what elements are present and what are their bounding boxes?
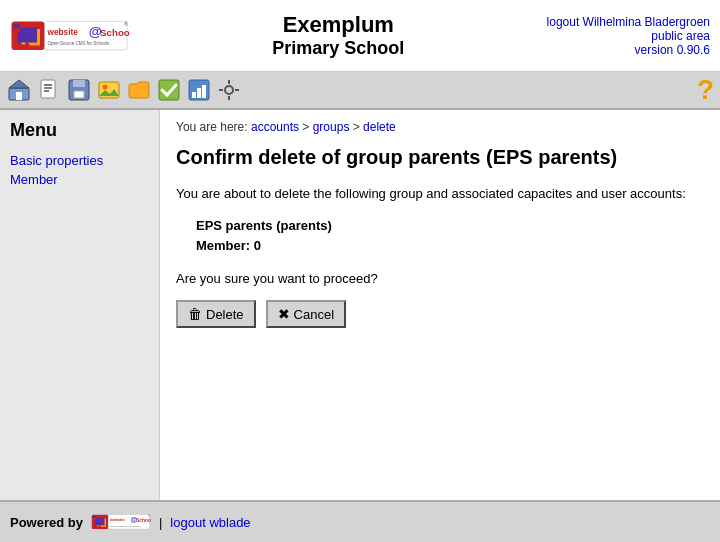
logo-area: website @ School Open-Source CMS for Sch… <box>10 11 130 61</box>
user-version-line: version 0.90.6 <box>547 43 710 57</box>
svg-text:website: website <box>109 517 126 522</box>
breadcrumb-groups[interactable]: groups <box>313 120 350 134</box>
page-title: Confirm delete of group parents (EPS par… <box>176 144 704 170</box>
home-icon[interactable] <box>6 77 32 103</box>
svg-text:Open-Source CMS for Schools: Open-Source CMS for Schools <box>48 41 111 46</box>
svg-text:School: School <box>136 518 151 523</box>
tools-icon[interactable] <box>216 77 242 103</box>
header: website @ School Open-Source CMS for Sch… <box>0 0 720 72</box>
image-icon[interactable] <box>96 77 122 103</box>
site-subtitle: Primary School <box>130 38 547 59</box>
breadcrumb-accounts[interactable]: accounts <box>251 120 299 134</box>
svg-text:®: ® <box>148 514 150 518</box>
group-name: EPS parents (parents) <box>196 216 704 237</box>
svg-rect-23 <box>197 88 201 98</box>
breadcrumb-delete[interactable]: delete <box>363 120 396 134</box>
button-row: 🗑 Delete ✖ Cancel <box>176 300 704 328</box>
svg-rect-24 <box>202 85 206 98</box>
sidebar-item-basic-properties[interactable]: Basic properties <box>10 153 149 168</box>
sidebar: Menu Basic properties Member <box>0 110 160 500</box>
toolbar: ? <box>0 72 720 110</box>
description-text: You are about to delete the following gr… <box>176 184 704 204</box>
chart-icon[interactable] <box>186 77 212 103</box>
delete-button[interactable]: 🗑 Delete <box>176 300 256 328</box>
svg-rect-10 <box>16 92 22 100</box>
footer-logo: website @ School Open-Source CMS for Sch… <box>91 510 151 534</box>
confirm-question: Are you sure you want to proceed? <box>176 271 704 286</box>
user-logout-line[interactable]: logout Wilhelmina Bladergroen <box>547 15 710 29</box>
breadcrumb-prefix: You are here: <box>176 120 248 134</box>
user-info: logout Wilhelmina Bladergroen public are… <box>547 15 710 57</box>
toolbar-icons <box>6 77 242 103</box>
sidebar-item-member[interactable]: Member <box>10 172 149 187</box>
site-title: Exemplum Primary School <box>130 12 547 59</box>
svg-rect-11 <box>41 80 55 98</box>
user-area-line: public area <box>547 29 710 43</box>
folder-icon[interactable] <box>126 77 152 103</box>
svg-text:website: website <box>47 27 79 36</box>
breadcrumb: You are here: accounts > groups > delete <box>176 120 704 134</box>
delete-icon: 🗑 <box>188 306 202 322</box>
svg-text:®: ® <box>124 20 128 26</box>
check-icon[interactable] <box>156 77 182 103</box>
svg-marker-9 <box>9 80 29 88</box>
page-icon[interactable] <box>36 77 62 103</box>
cancel-icon: ✖ <box>278 306 290 322</box>
svg-point-25 <box>225 86 233 94</box>
cancel-button-label: Cancel <box>294 307 334 322</box>
svg-point-19 <box>103 85 108 90</box>
site-name: Exemplum <box>130 12 547 38</box>
svg-text:School: School <box>100 27 130 38</box>
group-info: EPS parents (parents) Member: 0 <box>196 216 704 258</box>
footer-separator: | <box>159 515 162 530</box>
member-count: Member: 0 <box>196 236 704 257</box>
svg-rect-22 <box>192 92 196 98</box>
delete-button-label: Delete <box>206 307 244 322</box>
footer: Powered by website @ School Open-Source … <box>0 500 720 542</box>
svg-rect-17 <box>74 91 84 98</box>
save-icon[interactable] <box>66 77 92 103</box>
main-layout: Menu Basic properties Member You are her… <box>0 110 720 500</box>
svg-rect-16 <box>73 80 85 87</box>
menu-title: Menu <box>10 120 149 141</box>
powered-by-label: Powered by <box>10 515 83 530</box>
help-icon[interactable]: ? <box>697 74 714 106</box>
cancel-button[interactable]: ✖ Cancel <box>266 300 346 328</box>
footer-logout-link[interactable]: logout wblade <box>170 515 250 530</box>
content-area: You are here: accounts > groups > delete… <box>160 110 720 500</box>
website-at-school-logo: website @ School Open-Source CMS for Sch… <box>10 11 130 61</box>
